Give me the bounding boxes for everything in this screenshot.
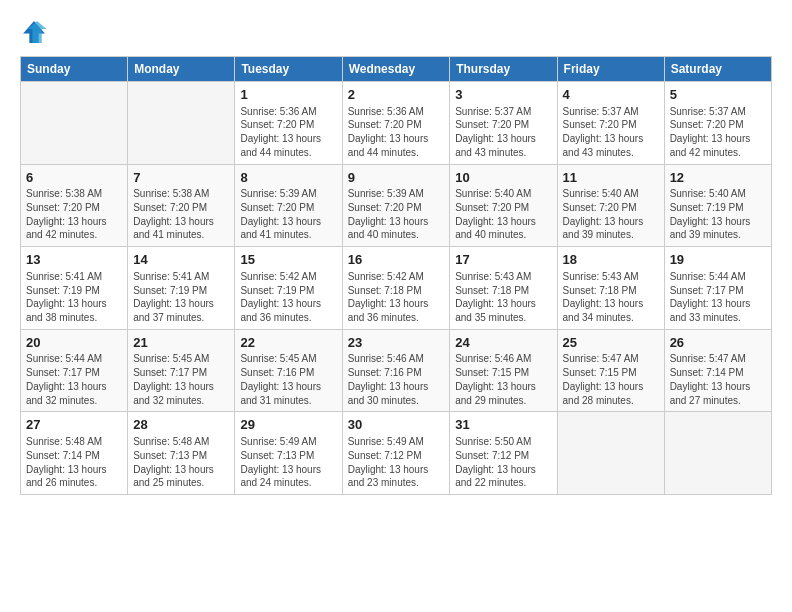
day-info: Sunrise: 5:49 AM Sunset: 7:13 PM Dayligh… <box>240 436 321 488</box>
day-info: Sunrise: 5:49 AM Sunset: 7:12 PM Dayligh… <box>348 436 429 488</box>
day-info: Sunrise: 5:43 AM Sunset: 7:18 PM Dayligh… <box>563 271 644 323</box>
calendar-cell: 1Sunrise: 5:36 AM Sunset: 7:20 PM Daylig… <box>235 82 342 165</box>
calendar-cell: 16Sunrise: 5:42 AM Sunset: 7:18 PM Dayli… <box>342 247 450 330</box>
calendar-table: SundayMondayTuesdayWednesdayThursdayFrid… <box>20 56 772 495</box>
calendar-cell <box>557 412 664 495</box>
day-number: 23 <box>348 334 445 352</box>
weekday-header-monday: Monday <box>128 57 235 82</box>
day-info: Sunrise: 5:45 AM Sunset: 7:17 PM Dayligh… <box>133 353 214 405</box>
day-number: 5 <box>670 86 766 104</box>
day-info: Sunrise: 5:46 AM Sunset: 7:16 PM Dayligh… <box>348 353 429 405</box>
calendar-week-1: 1Sunrise: 5:36 AM Sunset: 7:20 PM Daylig… <box>21 82 772 165</box>
day-number: 3 <box>455 86 551 104</box>
day-info: Sunrise: 5:40 AM Sunset: 7:20 PM Dayligh… <box>563 188 644 240</box>
day-info: Sunrise: 5:40 AM Sunset: 7:19 PM Dayligh… <box>670 188 751 240</box>
day-info: Sunrise: 5:42 AM Sunset: 7:19 PM Dayligh… <box>240 271 321 323</box>
day-number: 12 <box>670 169 766 187</box>
calendar-cell: 12Sunrise: 5:40 AM Sunset: 7:19 PM Dayli… <box>664 164 771 247</box>
day-number: 26 <box>670 334 766 352</box>
calendar-cell: 3Sunrise: 5:37 AM Sunset: 7:20 PM Daylig… <box>450 82 557 165</box>
calendar-week-4: 20Sunrise: 5:44 AM Sunset: 7:17 PM Dayli… <box>21 329 772 412</box>
calendar-cell: 25Sunrise: 5:47 AM Sunset: 7:15 PM Dayli… <box>557 329 664 412</box>
calendar-cell: 29Sunrise: 5:49 AM Sunset: 7:13 PM Dayli… <box>235 412 342 495</box>
calendar-cell: 22Sunrise: 5:45 AM Sunset: 7:16 PM Dayli… <box>235 329 342 412</box>
day-info: Sunrise: 5:37 AM Sunset: 7:20 PM Dayligh… <box>563 106 644 158</box>
day-number: 4 <box>563 86 659 104</box>
day-number: 28 <box>133 416 229 434</box>
day-number: 31 <box>455 416 551 434</box>
day-number: 27 <box>26 416 122 434</box>
day-number: 15 <box>240 251 336 269</box>
calendar-cell: 28Sunrise: 5:48 AM Sunset: 7:13 PM Dayli… <box>128 412 235 495</box>
calendar-cell <box>21 82 128 165</box>
day-info: Sunrise: 5:43 AM Sunset: 7:18 PM Dayligh… <box>455 271 536 323</box>
page: SundayMondayTuesdayWednesdayThursdayFrid… <box>0 0 792 612</box>
day-info: Sunrise: 5:44 AM Sunset: 7:17 PM Dayligh… <box>670 271 751 323</box>
calendar-cell: 11Sunrise: 5:40 AM Sunset: 7:20 PM Dayli… <box>557 164 664 247</box>
day-number: 21 <box>133 334 229 352</box>
calendar-cell: 23Sunrise: 5:46 AM Sunset: 7:16 PM Dayli… <box>342 329 450 412</box>
logo-icon <box>20 18 48 46</box>
calendar-cell: 18Sunrise: 5:43 AM Sunset: 7:18 PM Dayli… <box>557 247 664 330</box>
day-number: 14 <box>133 251 229 269</box>
calendar-cell: 5Sunrise: 5:37 AM Sunset: 7:20 PM Daylig… <box>664 82 771 165</box>
calendar-cell <box>664 412 771 495</box>
day-number: 2 <box>348 86 445 104</box>
day-info: Sunrise: 5:48 AM Sunset: 7:13 PM Dayligh… <box>133 436 214 488</box>
weekday-header-row: SundayMondayTuesdayWednesdayThursdayFrid… <box>21 57 772 82</box>
weekday-header-tuesday: Tuesday <box>235 57 342 82</box>
calendar-cell: 26Sunrise: 5:47 AM Sunset: 7:14 PM Dayli… <box>664 329 771 412</box>
weekday-header-sunday: Sunday <box>21 57 128 82</box>
calendar-cell: 9Sunrise: 5:39 AM Sunset: 7:20 PM Daylig… <box>342 164 450 247</box>
day-info: Sunrise: 5:36 AM Sunset: 7:20 PM Dayligh… <box>348 106 429 158</box>
day-info: Sunrise: 5:46 AM Sunset: 7:15 PM Dayligh… <box>455 353 536 405</box>
calendar-cell: 20Sunrise: 5:44 AM Sunset: 7:17 PM Dayli… <box>21 329 128 412</box>
day-number: 20 <box>26 334 122 352</box>
calendar-cell: 8Sunrise: 5:39 AM Sunset: 7:20 PM Daylig… <box>235 164 342 247</box>
calendar-cell: 6Sunrise: 5:38 AM Sunset: 7:20 PM Daylig… <box>21 164 128 247</box>
day-info: Sunrise: 5:47 AM Sunset: 7:15 PM Dayligh… <box>563 353 644 405</box>
day-info: Sunrise: 5:48 AM Sunset: 7:14 PM Dayligh… <box>26 436 107 488</box>
calendar-cell: 15Sunrise: 5:42 AM Sunset: 7:19 PM Dayli… <box>235 247 342 330</box>
calendar-cell: 17Sunrise: 5:43 AM Sunset: 7:18 PM Dayli… <box>450 247 557 330</box>
calendar-cell: 14Sunrise: 5:41 AM Sunset: 7:19 PM Dayli… <box>128 247 235 330</box>
day-info: Sunrise: 5:37 AM Sunset: 7:20 PM Dayligh… <box>455 106 536 158</box>
header <box>20 18 772 46</box>
day-number: 19 <box>670 251 766 269</box>
day-number: 8 <box>240 169 336 187</box>
calendar-cell: 30Sunrise: 5:49 AM Sunset: 7:12 PM Dayli… <box>342 412 450 495</box>
calendar-week-3: 13Sunrise: 5:41 AM Sunset: 7:19 PM Dayli… <box>21 247 772 330</box>
day-info: Sunrise: 5:37 AM Sunset: 7:20 PM Dayligh… <box>670 106 751 158</box>
calendar-week-2: 6Sunrise: 5:38 AM Sunset: 7:20 PM Daylig… <box>21 164 772 247</box>
day-info: Sunrise: 5:41 AM Sunset: 7:19 PM Dayligh… <box>133 271 214 323</box>
day-info: Sunrise: 5:38 AM Sunset: 7:20 PM Dayligh… <box>133 188 214 240</box>
calendar-cell: 7Sunrise: 5:38 AM Sunset: 7:20 PM Daylig… <box>128 164 235 247</box>
day-info: Sunrise: 5:47 AM Sunset: 7:14 PM Dayligh… <box>670 353 751 405</box>
day-number: 7 <box>133 169 229 187</box>
day-info: Sunrise: 5:41 AM Sunset: 7:19 PM Dayligh… <box>26 271 107 323</box>
calendar-cell: 4Sunrise: 5:37 AM Sunset: 7:20 PM Daylig… <box>557 82 664 165</box>
day-info: Sunrise: 5:45 AM Sunset: 7:16 PM Dayligh… <box>240 353 321 405</box>
logo <box>20 18 50 46</box>
weekday-header-thursday: Thursday <box>450 57 557 82</box>
day-number: 6 <box>26 169 122 187</box>
calendar-cell: 24Sunrise: 5:46 AM Sunset: 7:15 PM Dayli… <box>450 329 557 412</box>
calendar-cell: 10Sunrise: 5:40 AM Sunset: 7:20 PM Dayli… <box>450 164 557 247</box>
calendar-cell: 13Sunrise: 5:41 AM Sunset: 7:19 PM Dayli… <box>21 247 128 330</box>
day-info: Sunrise: 5:50 AM Sunset: 7:12 PM Dayligh… <box>455 436 536 488</box>
day-number: 17 <box>455 251 551 269</box>
day-info: Sunrise: 5:42 AM Sunset: 7:18 PM Dayligh… <box>348 271 429 323</box>
day-number: 30 <box>348 416 445 434</box>
day-info: Sunrise: 5:39 AM Sunset: 7:20 PM Dayligh… <box>348 188 429 240</box>
day-info: Sunrise: 5:44 AM Sunset: 7:17 PM Dayligh… <box>26 353 107 405</box>
calendar-cell: 27Sunrise: 5:48 AM Sunset: 7:14 PM Dayli… <box>21 412 128 495</box>
day-number: 9 <box>348 169 445 187</box>
day-number: 29 <box>240 416 336 434</box>
day-number: 1 <box>240 86 336 104</box>
day-number: 24 <box>455 334 551 352</box>
day-info: Sunrise: 5:39 AM Sunset: 7:20 PM Dayligh… <box>240 188 321 240</box>
weekday-header-friday: Friday <box>557 57 664 82</box>
day-number: 11 <box>563 169 659 187</box>
day-number: 13 <box>26 251 122 269</box>
calendar-cell: 19Sunrise: 5:44 AM Sunset: 7:17 PM Dayli… <box>664 247 771 330</box>
